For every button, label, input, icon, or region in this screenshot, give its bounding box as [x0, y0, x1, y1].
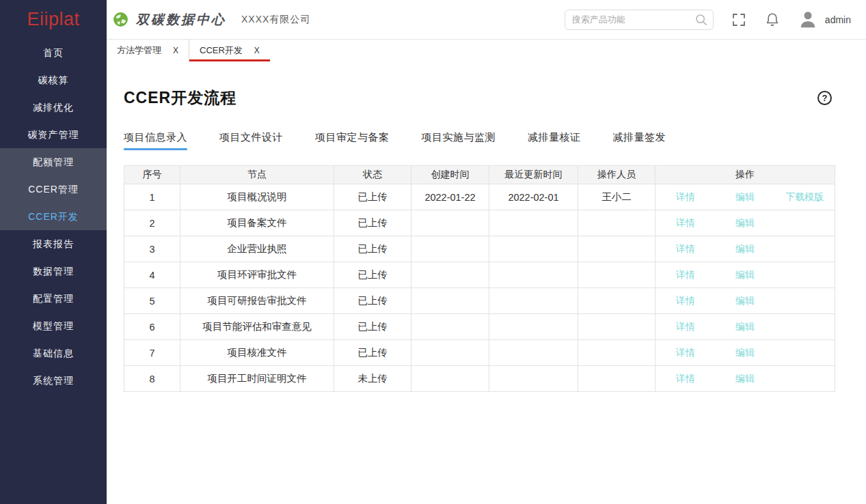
cell-updated	[489, 340, 578, 366]
cell-operator: 王小二	[578, 184, 655, 210]
brand-logo[interactable]: Eiiplat	[0, 0, 107, 39]
table-row: 3企业营业执照已上传详情编辑	[124, 236, 835, 262]
action-download-template[interactable]: 下载模版	[775, 191, 835, 204]
table-row: 4项目环评审批文件已上传详情编辑	[124, 262, 835, 288]
cell-status: 已上传	[334, 262, 411, 288]
table-row: 1项目概况说明已上传2022-01-222022-02-01王小二详情编辑下载模…	[124, 184, 835, 210]
actions-group: 详情编辑	[655, 373, 835, 385]
sidebar-item-ccer-management[interactable]: CCER管理	[0, 176, 107, 203]
tab-methodology-management[interactable]: 方法学管理X	[107, 40, 189, 61]
sidebar-item-emission-reduction-optimization[interactable]: 减排优化	[0, 94, 107, 121]
action-edit[interactable]: 编辑	[715, 243, 774, 255]
cell-no: 8	[124, 366, 180, 392]
cell-status: 已上传	[334, 340, 411, 366]
column-header: 最近更新时间	[489, 166, 578, 184]
sidebar-item-system-management[interactable]: 系统管理	[0, 367, 107, 394]
cell-actions: 详情编辑	[655, 236, 835, 262]
sidebar-item-carbon-asset-management[interactable]: 碳资产管理	[0, 121, 107, 148]
username-label[interactable]: admin	[825, 14, 851, 25]
action-detail[interactable]: 详情	[655, 295, 715, 307]
cell-no: 3	[124, 236, 180, 262]
action-edit[interactable]: 编辑	[715, 269, 774, 281]
action-detail[interactable]: 详情	[655, 269, 715, 281]
sidebar-item-data-management[interactable]: 数据管理	[0, 257, 107, 285]
search-box	[565, 10, 714, 30]
page-head: CCER开发流程 ?	[124, 87, 866, 109]
search-icon[interactable]	[694, 12, 709, 27]
cell-updated	[489, 236, 578, 262]
cell-actions: 详情编辑	[655, 210, 835, 236]
cell-created	[411, 340, 489, 366]
cell-node: 项目核准文件	[180, 340, 334, 366]
sidebar-item-quota-management[interactable]: 配额管理	[0, 148, 107, 176]
page-content: CCER开发流程 ? 项目信息录入项目文件设计项目审定与备案项目实施与监测减排量…	[107, 61, 866, 504]
cell-actions: 详情编辑	[655, 262, 835, 288]
cell-no: 5	[124, 288, 180, 314]
column-header: 状态	[334, 166, 411, 184]
actions-group: 详情编辑	[655, 347, 835, 359]
search-input[interactable]	[565, 10, 714, 30]
action-detail[interactable]: 详情	[655, 217, 715, 229]
sidebar-item-model-management[interactable]: 模型管理	[0, 312, 107, 339]
help-icon[interactable]: ?	[817, 91, 832, 105]
cell-operator	[578, 314, 655, 340]
subtab-emission-reduction-verification[interactable]: 减排量核证	[528, 131, 581, 150]
cell-no: 4	[124, 262, 180, 288]
bell-icon[interactable]	[764, 12, 781, 28]
cell-status: 已上传	[334, 288, 411, 314]
action-edit[interactable]: 编辑	[715, 217, 774, 229]
cell-actions: 详情编辑	[655, 366, 835, 392]
cell-operator	[578, 210, 655, 236]
action-detail[interactable]: 详情	[655, 347, 715, 359]
table-row: 5项目可研报告审批文件已上传详情编辑	[124, 288, 835, 314]
column-header: 节点	[180, 166, 334, 184]
sidebar-item-ccer-development[interactable]: CCER开发	[0, 203, 107, 230]
cell-node: 项目开工时间证明文件	[180, 366, 334, 392]
subtab-project-implementation-monitoring[interactable]: 项目实施与监测	[422, 131, 496, 150]
subtab-project-document-design[interactable]: 项目文件设计	[219, 131, 283, 150]
action-edit[interactable]: 编辑	[715, 347, 774, 359]
action-detail[interactable]: 详情	[655, 321, 715, 333]
action-edit[interactable]: 编辑	[715, 321, 774, 333]
sidebar-item-config-management[interactable]: 配置管理	[0, 285, 107, 312]
action-detail[interactable]: 详情	[655, 373, 715, 385]
product-brand: 双碳数据中心 XXXX有限公司	[112, 11, 310, 29]
actions-group: 详情编辑	[655, 295, 835, 307]
subtab-project-info-entry[interactable]: 项目信息录入	[124, 131, 187, 150]
table-row: 2项目备案文件已上传详情编辑	[124, 210, 835, 236]
sidebar-item-basic-info[interactable]: 基础信息	[0, 339, 107, 367]
close-icon-methodology-management[interactable]: X	[173, 46, 178, 55]
cell-updated	[489, 210, 578, 236]
close-icon-ccer-development[interactable]: X	[254, 46, 260, 55]
tab-ccer-development[interactable]: CCER开发X	[189, 40, 270, 61]
table-row: 7项目核准文件已上传详情编辑	[124, 340, 835, 366]
action-detail[interactable]: 详情	[655, 243, 715, 255]
cell-node: 企业营业执照	[180, 236, 334, 262]
cell-no: 2	[124, 210, 180, 236]
app-window: Eiiplat 首页碳核算减排优化碳资产管理配额管理CCER管理CCER开发报表…	[0, 0, 866, 504]
sidebar-item-reports[interactable]: 报表报告	[0, 230, 107, 257]
cell-actions: 详情编辑	[655, 288, 835, 314]
user-menu[interactable]: admin	[798, 10, 851, 30]
tab-label: CCER开发	[200, 44, 243, 57]
action-detail[interactable]: 详情	[655, 191, 715, 204]
action-edit[interactable]: 编辑	[715, 191, 774, 204]
subtab-emission-reduction-issuance[interactable]: 减排量签发	[613, 131, 666, 150]
cell-created	[411, 236, 489, 262]
cell-updated: 2022-02-01	[489, 184, 578, 210]
table-header-row: 序号节点状态创建时间最近更新时间操作人员操作	[124, 166, 835, 184]
action-edit[interactable]: 编辑	[715, 295, 774, 307]
flow-table: 序号节点状态创建时间最近更新时间操作人员操作 1项目概况说明已上传2022-01…	[124, 165, 835, 392]
subtab-project-review-filing[interactable]: 项目审定与备案	[315, 131, 390, 150]
cell-node: 项目概况说明	[180, 184, 334, 210]
column-header: 操作人员	[578, 166, 655, 184]
sidebar-item-carbon-accounting[interactable]: 碳核算	[0, 66, 107, 94]
action-edit[interactable]: 编辑	[715, 373, 774, 385]
page-title: CCER开发流程	[124, 87, 236, 109]
tabbar: 方法学管理XCCER开发X	[107, 39, 866, 61]
sidebar-item-home[interactable]: 首页	[0, 39, 107, 66]
fullscreen-icon[interactable]	[731, 12, 747, 28]
avatar-icon[interactable]	[798, 10, 818, 30]
cell-actions: 详情编辑下载模版	[655, 184, 835, 210]
subtabs: 项目信息录入项目文件设计项目审定与备案项目实施与监测减排量核证减排量签发	[124, 131, 866, 150]
